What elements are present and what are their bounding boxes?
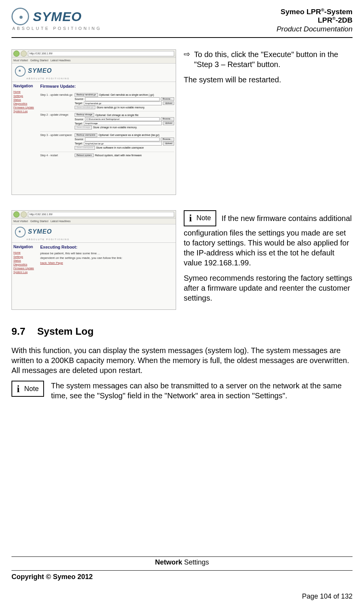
ss-upload-button: Upload: [163, 101, 174, 105]
browser-bookmarks: Most Visited Getting Started Latest Head…: [12, 58, 176, 64]
note-label: Note: [196, 214, 211, 223]
ss-save-desc: Store software in non-volatile userspace: [96, 146, 144, 149]
ss-nav-link: Settings: [13, 255, 37, 259]
browser-forward-icon: [21, 51, 27, 57]
doc-title-1b: -System: [324, 8, 353, 16]
ss-source-input: C:\Documents and Settings\prod: [85, 117, 160, 121]
bookmark-item: Most Visited: [13, 219, 28, 224]
doc-subtitle: Product Documentation: [276, 25, 353, 33]
brand-name: SYMEO: [33, 9, 82, 24]
browser-back-icon: [13, 51, 20, 57]
ss-backup-button: Backup ramdisk.gz: [75, 93, 98, 97]
ss-nav: Navigation Home Settings Status Diagnost…: [12, 82, 39, 160]
ss-reboot-desc: Reboot system, start with new firmware: [95, 154, 142, 157]
footer-bold: Network: [155, 558, 182, 566]
ss-save-desc: Store ramdisk.gz in non-volatile memory.: [96, 106, 145, 109]
text-column-2: i Note If the new firmware contains addi…: [184, 210, 353, 310]
ss-reboot-title: Executing Reboot:: [40, 244, 122, 250]
ss-backup-button: Backup zImage: [75, 113, 94, 117]
note-label: Note: [24, 385, 39, 393]
ss-brand-sub: ABSOLUTE POSITIONING: [12, 77, 176, 82]
ss-nav-title: Navigation: [13, 244, 37, 249]
ss-nav-link: Settings: [13, 94, 37, 98]
ss-browse-button: Browse...: [161, 97, 174, 101]
footer-rest: Settings: [182, 558, 209, 566]
ss-browse-button: Browse...: [161, 137, 174, 141]
ss-logo-icon: [15, 227, 26, 237]
note-text: The system messages can also be transmit…: [51, 381, 353, 401]
ss-save-desc: Store zImage in non-volatile memory.: [93, 126, 137, 129]
ss-step-1: Step 1 - update ramdisk.gz: Backup ramdi…: [40, 92, 174, 112]
ss-logo-icon: [15, 66, 26, 77]
copyright: Copyright © Symeo 2012: [11, 573, 93, 581]
page-footer: Network Settings Copyright © Symeo 2012 …: [11, 556, 353, 601]
registered-icon: ®: [321, 8, 324, 12]
ss-brand: SYMEO: [28, 67, 52, 75]
section-number: 9.7: [11, 325, 34, 338]
ss-nav-link: Diagnostics: [13, 263, 37, 266]
ss-save-button: Save userspace: [75, 146, 95, 150]
bookmark-item: Latest Headlines: [51, 219, 70, 224]
section-heading: 9.7 System Log: [11, 325, 353, 338]
browser-url: http://192.168.1.99/: [28, 51, 174, 56]
ss-reboot-panel: Executing Reboot: please be patient, thi…: [39, 243, 124, 276]
info-icon: i: [184, 212, 196, 225]
ss-reboot-button: Reboot system: [75, 154, 94, 157]
browser-back-icon: [13, 211, 20, 218]
note-text: Symeo recommends restoring the factory s…: [184, 273, 353, 303]
ss-nav-link: Home: [13, 90, 37, 93]
ss-target-label: Target:: [75, 101, 83, 105]
note-row: i Note The system messages can also be t…: [11, 381, 353, 401]
screenshot-reboot: http://192.168.1.99/ Most Visited Gettin…: [11, 210, 176, 310]
section-title: System Log: [37, 326, 93, 337]
ss-step-4: Step 4 - restart Reboot systemReboot sys…: [40, 152, 174, 159]
ss-step-label: Step 1 - update ramdisk.gz:: [40, 93, 75, 110]
ss-target-label: Target:: [75, 122, 83, 125]
ss-browse-button: Browse...: [161, 117, 174, 121]
text-column-1: ⇨ To do this, click the "Execute" button…: [184, 49, 353, 195]
ss-source-label: Source:: [75, 137, 84, 141]
ss-target-input: /tmp/rwUser.tar.gz: [84, 142, 162, 146]
ss-backup-desc: Optional: Get userspace as a single arch…: [98, 133, 159, 137]
ss-nav-link: Firmware Update: [13, 267, 37, 270]
ss-nav-link: Home: [13, 251, 37, 254]
ss-reboot-line: dependent on the settings you made, you …: [40, 256, 122, 260]
info-icon: i: [12, 383, 24, 396]
ss-nav-title: Navigation: [13, 83, 37, 88]
bookmark-item: Latest Headlines: [51, 58, 70, 63]
doc-title-2a: LPR: [318, 16, 332, 25]
ss-target-input: /tmp/zImage: [84, 121, 162, 125]
note-box: i Note: [11, 381, 44, 397]
doc-title-block: Symeo LPR®-System LPR®-2DB Product Docum…: [276, 8, 353, 33]
ss-target-label: Target:: [75, 142, 83, 145]
browser-bookmarks: Most Visited Getting Started Latest Head…: [12, 219, 176, 224]
ss-source-label: Source:: [75, 97, 84, 101]
ss-source-input: [85, 137, 160, 141]
ss-source-input: [85, 97, 160, 101]
ss-backup-desc: Optional: Get ramdisk as a single archiv…: [99, 93, 154, 97]
page-number: Page 104 of 132: [11, 592, 353, 601]
ss-step-label: Step 2 - update zImage:: [40, 113, 75, 130]
arrow-icon: ⇨: [184, 49, 190, 69]
ss-nav-link: Status: [13, 259, 37, 262]
body-text: With this function, you can display the …: [11, 345, 353, 375]
ss-target-input: /tmp/ramdisk.gz: [84, 101, 162, 105]
ss-backup-desc: Optional: Get zImage as a single file: [95, 113, 138, 117]
ss-backup-button: Backup userspace: [75, 133, 97, 137]
ss-source-label: Source:: [75, 118, 84, 121]
screenshot-firmware-update: http://192.168.1.99/ Most Visited Gettin…: [11, 49, 176, 195]
ss-main-title: Firmware Update:: [40, 83, 174, 89]
ss-nav: Navigation Home Settings Status Diagnost…: [12, 243, 39, 276]
ss-step-3: Step 3 - update userspace: Backup usersp…: [40, 132, 174, 152]
logo-icon: [11, 8, 29, 25]
logo-block: SYMEO ABSOLUTE POSITIONING: [11, 8, 102, 31]
ss-nav-link: Firmware Update: [13, 106, 37, 109]
doc-title-2b: -2DB: [336, 16, 353, 25]
ss-save-button: Save zImage: [75, 126, 92, 129]
ss-nav-link: System Log: [13, 110, 37, 113]
page-header: SYMEO ABSOLUTE POSITIONING Symeo LPR®-Sy…: [11, 8, 353, 38]
ss-brand-sub: ABSOLUTE POSITIONING: [12, 238, 176, 243]
ss-upload-button: Upload: [163, 121, 174, 125]
ss-step-label: Step 3 - update userspace:: [40, 133, 75, 150]
browser-forward-icon: [21, 211, 27, 218]
